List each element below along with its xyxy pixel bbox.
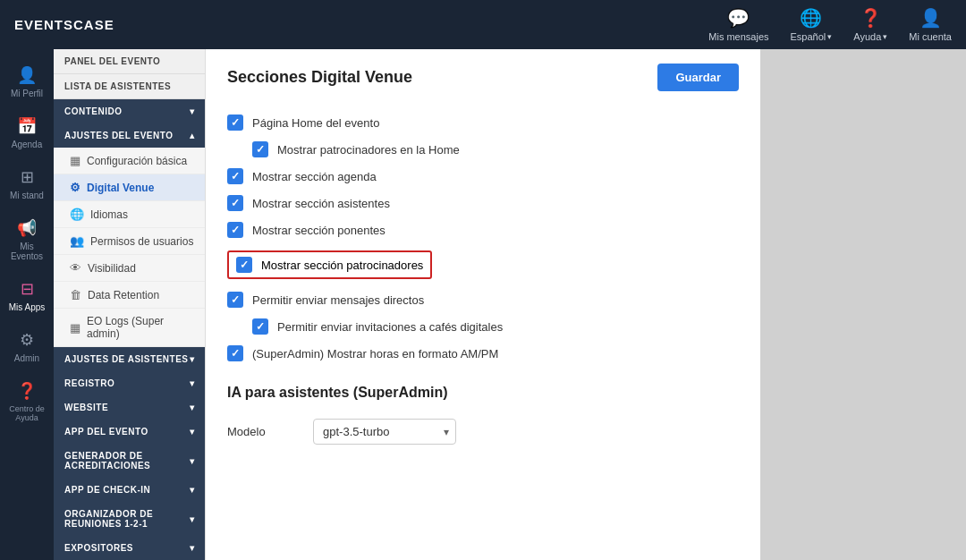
checkbox-label-mostrar-agenda: Mostrar sección agenda	[252, 170, 377, 183]
checkbox-row-mostrar-ponentes: ✓Mostrar sección ponentes	[227, 216, 739, 243]
app-evento-arrow: ▾	[190, 427, 195, 437]
checkbox-row-mostrar-patrocinadores-home: ✓Mostrar patrocinadores en la Home	[252, 136, 739, 163]
content-header: Secciones Digital Venue Guardar	[227, 64, 739, 91]
model-row: Modelo gpt-3.5-turbo gpt-4 gpt-4-turbo	[227, 412, 739, 452]
nav-website[interactable]: Website ▾	[54, 395, 205, 420]
checkbox-row-pagina-home: ✓Página Home del evento	[227, 109, 739, 136]
message-icon: 💬	[727, 7, 750, 29]
nav-ajustes-asistentes[interactable]: Ajustes de Asistentes ▾	[54, 347, 205, 371]
sidebar-item-mi-stand[interactable]: ⊞ Mi stand	[0, 158, 54, 209]
nav-eo-logs[interactable]: ▦ EO Logs (Super admin)	[54, 309, 205, 347]
top-nav-right: 💬 Mis mensajes 🌐 Español▾ ❓ Ayuda▾ 👤 Mi …	[708, 7, 952, 42]
checkbox-permitir-invitaciones[interactable]: ✓	[252, 318, 268, 335]
nav-data-retention[interactable]: 🗑 Data Retention	[54, 282, 205, 309]
save-button[interactable]: Guardar	[657, 64, 739, 91]
data-retention-icon: 🗑	[70, 288, 81, 301]
checkbox-label-mostrar-patrocinadores: Mostrar sección patrocinadores	[261, 259, 423, 272]
sidebar-item-centro-ayuda[interactable]: ❓ Centro de Ayuda	[0, 372, 54, 431]
user-icon: 👤	[919, 7, 942, 29]
contenido-arrow: ▾	[190, 106, 195, 116]
checkbox-label-pagina-home: Página Home del evento	[252, 116, 379, 130]
nav-panel: Panel del Evento Lista de Asistentes Con…	[54, 49, 206, 560]
model-label: Modelo	[227, 425, 299, 438]
nav-app-evento[interactable]: App del Evento ▾	[54, 420, 205, 444]
config-icon: ▦	[70, 154, 80, 167]
reuniones-arrow: ▾	[190, 514, 195, 524]
nav-idiomas[interactable]: 🌐 Idiomas	[54, 201, 205, 228]
nav-contenido[interactable]: Contenido ▾	[54, 99, 205, 123]
left-sidebar: 👤 Mi Perfil 📅 Agenda ⊞ Mi stand 📢 Mis Ev…	[0, 49, 54, 560]
checkbox-mostrar-agenda[interactable]: ✓	[227, 168, 243, 184]
checkbox-row-superadmin-horas: ✓(SuperAdmin) Mostrar horas en formato A…	[227, 340, 739, 367]
checkbox-pagina-home[interactable]: ✓	[227, 115, 243, 131]
page-title: Secciones Digital Venue	[227, 68, 412, 87]
checkbox-mostrar-ponentes[interactable]: ✓	[227, 222, 243, 238]
sidebar-item-mis-apps[interactable]: ⊟ Mis Apps	[0, 270, 54, 321]
nav-digital-venue[interactable]: ⚙ Digital Venue	[54, 174, 205, 201]
admin-icon: ⚙	[20, 330, 34, 350]
stand-icon: ⊞	[21, 167, 34, 187]
profile-icon: 👤	[17, 65, 37, 85]
idiomas-icon: 🌐	[70, 208, 84, 221]
digital-venue-icon: ⚙	[70, 181, 80, 194]
checkbox-mostrar-patrocinadores-home[interactable]: ✓	[252, 141, 268, 157]
nav-ajustes-evento[interactable]: Ajustes del Evento ▴	[54, 123, 205, 148]
checkbox-label-superadmin-horas: (SuperAdmin) Mostrar horas en formato AM…	[252, 347, 498, 361]
calendar-icon: 📅	[17, 116, 37, 136]
globe-icon: 🌐	[800, 7, 822, 29]
check-in-arrow: ▾	[190, 485, 195, 495]
checkbox-label-permitir-invitaciones: Permitir enviar invitaciones a cafés dig…	[277, 320, 503, 334]
model-select[interactable]: gpt-3.5-turbo gpt-4 gpt-4-turbo	[313, 419, 456, 445]
expositores-arrow: ▾	[190, 543, 195, 553]
eo-logs-icon: ▦	[70, 321, 80, 335]
content-area: Secciones Digital Venue Guardar ✓Página …	[206, 49, 760, 560]
nav-mi-cuenta[interactable]: 👤 Mi cuenta	[909, 7, 952, 42]
nav-visibilidad[interactable]: 👁 Visibilidad	[54, 255, 205, 282]
checkbox-label-mostrar-asistentes: Mostrar sección asistentes	[252, 197, 390, 210]
checkbox-mostrar-patrocinadores[interactable]: ✓	[236, 257, 252, 273]
nav-app-check-in[interactable]: App de Check-in ▾	[54, 478, 205, 502]
checkboxes-container: ✓Página Home del evento✓Mostrar patrocin…	[227, 109, 739, 367]
checkbox-mostrar-asistentes[interactable]: ✓	[227, 195, 243, 211]
nav-generador-acreditaciones[interactable]: Generador de Acreditaciones ▾	[54, 444, 205, 478]
visibilidad-icon: 👁	[70, 261, 81, 275]
ajustes-asistentes-arrow: ▾	[190, 354, 195, 364]
nav-config-basica[interactable]: ▦ Configuración básica	[54, 148, 205, 174]
checkbox-row-mostrar-patrocinadores: ✓Mostrar sección patrocinadores	[227, 250, 432, 279]
checkbox-row-permitir-invitaciones: ✓Permitir enviar invitaciones a cafés di…	[252, 313, 739, 340]
nav-registro[interactable]: Registro ▾	[54, 371, 205, 395]
main-layout: 👤 Mi Perfil 📅 Agenda ⊞ Mi stand 📢 Mis Ev…	[0, 49, 966, 560]
events-icon: 📢	[17, 218, 37, 238]
checkbox-row-permitir-mensajes: ✓Permitir enviar mensajes directos	[227, 286, 739, 313]
nav-organizador-reuniones[interactable]: Organizador de Reuniones 1-2-1 ▾	[54, 502, 205, 536]
permisos-icon: 👥	[70, 234, 84, 248]
checkbox-label-mostrar-patrocinadores-home: Mostrar patrocinadores en la Home	[277, 143, 460, 157]
sidebar-item-admin[interactable]: ⚙ Admin	[0, 321, 54, 372]
apps-icon: ⊟	[21, 279, 34, 299]
model-select-wrapper: gpt-3.5-turbo gpt-4 gpt-4-turbo	[313, 419, 456, 445]
sidebar-item-mi-perfil[interactable]: 👤 Mi Perfil	[0, 56, 54, 107]
help-icon: ❓	[860, 7, 882, 29]
checkbox-row-mostrar-asistentes: ✓Mostrar sección asistentes	[227, 190, 739, 216]
checkbox-label-mostrar-ponentes: Mostrar sección ponentes	[252, 224, 386, 237]
checkbox-label-permitir-mensajes: Permitir enviar mensajes directos	[252, 293, 424, 307]
checkbox-row-mostrar-agenda: ✓Mostrar sección agenda	[227, 163, 739, 190]
sidebar-item-agenda[interactable]: 📅 Agenda	[0, 107, 54, 158]
checkbox-superadmin-horas[interactable]: ✓	[227, 345, 243, 361]
nav-mis-mensajes[interactable]: 💬 Mis mensajes	[708, 7, 768, 42]
ajustes-arrow: ▴	[190, 131, 195, 140]
nav-permisos-usuarios[interactable]: 👥 Permisos de usuarios	[54, 228, 205, 255]
generador-arrow: ▾	[190, 456, 195, 466]
centro-ayuda-icon: ❓	[17, 381, 37, 401]
checkbox-permitir-mensajes[interactable]: ✓	[227, 292, 243, 308]
nav-espanol[interactable]: 🌐 Español▾	[791, 7, 833, 42]
nav-expositores[interactable]: Expositores ▾	[54, 536, 205, 560]
top-nav: EVENTSCASE 💬 Mis mensajes 🌐 Español▾ ❓ A…	[0, 0, 966, 49]
ia-section-title: IA para asistentes (SuperAdmin)	[227, 385, 739, 401]
nav-panel-del-evento[interactable]: Panel del Evento	[54, 49, 205, 74]
nav-lista-asistentes[interactable]: Lista de Asistentes	[54, 74, 205, 99]
nav-ayuda[interactable]: ❓ Ayuda▾	[853, 7, 887, 42]
sidebar-item-mis-eventos[interactable]: 📢 Mis Eventos	[0, 209, 54, 270]
app-logo: EVENTSCASE	[14, 17, 114, 32]
website-arrow: ▾	[190, 403, 195, 412]
